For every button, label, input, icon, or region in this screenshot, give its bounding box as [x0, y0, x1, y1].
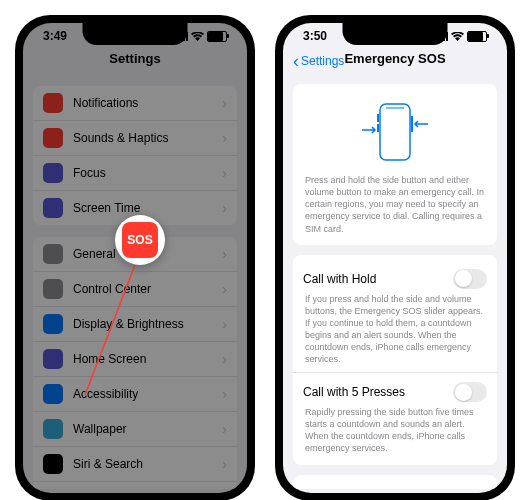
row-label: Notifications	[73, 96, 222, 110]
battery-icon	[207, 31, 227, 42]
divider	[293, 372, 497, 373]
row-icon	[43, 198, 63, 218]
settings-row-home-screen[interactable]: Home Screen›	[33, 342, 237, 377]
settings-row-face-id-passcode[interactable]: Face ID & Passcode›	[33, 482, 237, 489]
row-icon	[43, 163, 63, 183]
settings-row-focus[interactable]: Focus›	[33, 156, 237, 191]
status-time: 3:50	[303, 29, 327, 43]
row-icon	[43, 419, 63, 439]
row-label: Siri & Search	[73, 457, 222, 471]
toggle-label: Call with Hold	[303, 272, 376, 286]
intro-desc: Press and hold the side button and eithe…	[303, 174, 487, 235]
chevron-right-icon: ›	[222, 246, 227, 262]
wifi-icon	[191, 32, 204, 41]
row-label: Wallpaper	[73, 422, 222, 436]
option-desc: If you press and hold the side and volum…	[303, 293, 487, 366]
svg-rect-1	[380, 104, 410, 160]
row-icon	[43, 244, 63, 264]
row-icon	[43, 349, 63, 369]
sos-settings[interactable]: Press and hold the side button and eithe…	[283, 74, 507, 489]
chevron-right-icon: ›	[222, 200, 227, 216]
row-icon	[43, 128, 63, 148]
chevron-right-icon: ›	[222, 281, 227, 297]
option-desc: Rapidly pressing the side button five ti…	[303, 406, 487, 455]
settings-row-wallpaper[interactable]: Wallpaper›	[33, 412, 237, 447]
chevron-right-icon: ›	[222, 456, 227, 472]
chevron-right-icon: ›	[222, 421, 227, 437]
row-icon	[43, 93, 63, 113]
chevron-right-icon: ›	[222, 316, 227, 332]
row-icon	[43, 279, 63, 299]
chevron-right-icon: ›	[222, 386, 227, 402]
page-title: Settings	[23, 45, 247, 74]
sos-icon: SOS	[122, 222, 158, 258]
row-icon	[43, 384, 63, 404]
row-label: Focus	[73, 166, 222, 180]
setup-contacts-link[interactable]: Set up Emergency Contacts in Health	[303, 485, 487, 489]
toggle-switch[interactable]	[453, 269, 487, 289]
battery-icon	[467, 31, 487, 42]
chevron-right-icon: ›	[222, 130, 227, 146]
row-label: Control Center	[73, 282, 222, 296]
page-title: Emergency SOS	[344, 51, 445, 66]
row-icon	[43, 454, 63, 474]
notch	[83, 23, 188, 45]
chevron-right-icon: ›	[222, 351, 227, 367]
toggle-switch[interactable]	[453, 382, 487, 402]
settings-row-accessibility[interactable]: Accessibility›	[33, 377, 237, 412]
row-label: Home Screen	[73, 352, 222, 366]
wifi-icon	[451, 32, 464, 41]
status-time: 3:49	[43, 29, 67, 43]
chevron-right-icon: ›	[222, 165, 227, 181]
row-label: Sounds & Haptics	[73, 131, 222, 145]
notch	[343, 23, 448, 45]
row-label: Accessibility	[73, 387, 222, 401]
settings-row-display-brightness[interactable]: Display & Brightness›	[33, 307, 237, 342]
back-button[interactable]: Settings	[293, 51, 344, 72]
call-5-presses-row[interactable]: Call with 5 Presses	[303, 378, 487, 406]
phone-illustration	[303, 94, 487, 174]
phone-right: 3:50 Settings Emergency SOS Press and ho…	[275, 15, 515, 500]
settings-row-sounds-haptics[interactable]: Sounds & Haptics›	[33, 121, 237, 156]
settings-row-siri-search[interactable]: Siri & Search›	[33, 447, 237, 482]
nav-bar: Settings Emergency SOS	[283, 45, 507, 74]
row-label: Display & Brightness	[73, 317, 222, 331]
settings-row-notifications[interactable]: Notifications›	[33, 86, 237, 121]
row-icon	[43, 314, 63, 334]
call-with-hold-row[interactable]: Call with Hold	[303, 265, 487, 293]
row-label: Screen Time	[73, 201, 222, 215]
toggle-label: Call with 5 Presses	[303, 385, 405, 399]
chevron-right-icon: ›	[222, 95, 227, 111]
phone-left: 3:49 Settings Notifications›Sounds & Hap…	[15, 15, 255, 500]
settings-list[interactable]: Notifications›Sounds & Haptics›Focus›Scr…	[23, 74, 247, 489]
settings-row-control-center[interactable]: Control Center›	[33, 272, 237, 307]
sos-callout: SOS	[115, 215, 165, 265]
